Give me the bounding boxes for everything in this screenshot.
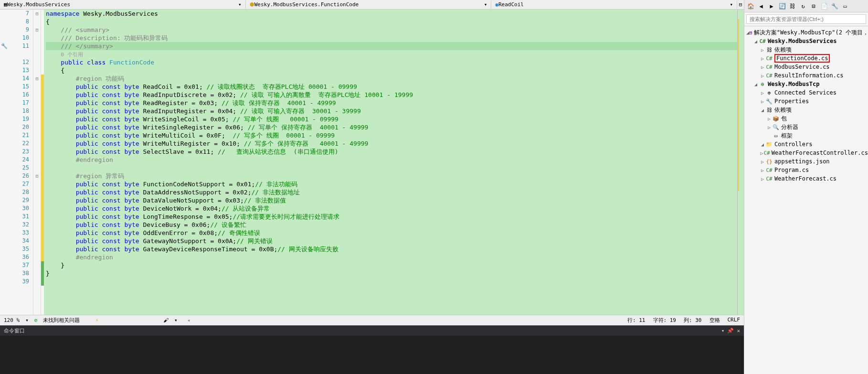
window-dropdown-icon[interactable]: ▾ — [721, 328, 725, 334]
tree-node-icon: ⊞ — [749, 30, 752, 36]
status-col[interactable]: 列: 30 — [684, 317, 702, 324]
tree-node-label: appsettings.json — [774, 158, 830, 165]
tree-node-icon: C# — [759, 38, 766, 44]
namespace-label: Wesky.ModbusServices — [7, 1, 70, 8]
tree-item[interactable]: ▷⊕Connected Services — [744, 88, 868, 97]
issues-text: 未找到相关问题 — [43, 317, 80, 324]
issues-ok-icon: ⊘ — [34, 317, 38, 323]
command-window-body[interactable] — [0, 336, 744, 374]
line-number-gutter: 7891011🔧12131415161718192021222324252627… — [0, 10, 33, 315]
tree-item[interactable]: ▷C#FunctionCode.cs — [744, 54, 868, 63]
class-label: Wesky.ModbusServices.FunctionCode — [254, 1, 359, 8]
tree-node-label: 分析器 — [781, 123, 798, 131]
tree-expand-icon[interactable]: ▷ — [766, 125, 772, 130]
tree-item[interactable]: ▷C#ResultInformation.cs — [744, 71, 868, 80]
tree-item[interactable]: ▷🔧Properties — [744, 97, 868, 106]
preview-icon[interactable]: ▭ — [841, 2, 849, 11]
fold-column[interactable]: ⊟⊟⊟⊟ — [33, 10, 41, 315]
tree-node-icon: ⊕ — [765, 90, 773, 96]
tree-node-icon: ▭ — [772, 133, 780, 139]
tree-item[interactable]: ◢⊕Wesky.ModbusTcp — [744, 80, 868, 88]
lightbulb-icon[interactable]: ⚡ — [95, 317, 98, 323]
tree-item[interactable]: ◢⊞解决方案"Wesky.ModbusTcp"(2 个项目，共 2 个 — [744, 28, 868, 37]
overview-ruler[interactable] — [737, 10, 744, 315]
tree-node-label: 框架 — [781, 132, 793, 140]
tree-expand-icon[interactable]: ◢ — [760, 107, 765, 113]
status-eol[interactable]: CRLF — [728, 317, 741, 324]
tree-node-label: 依赖项 — [774, 106, 792, 114]
tree-item[interactable]: ◢⛓依赖项 — [744, 106, 868, 114]
tree-expand-icon[interactable]: ▷ — [766, 116, 772, 121]
solution-tree[interactable]: ◢⊞解决方案"Wesky.ModbusTcp"(2 个项目，共 2 个◢C#We… — [744, 26, 868, 374]
tree-node-label: Wesky.ModbusServices — [768, 38, 837, 44]
status-char[interactable]: 字符: 19 — [653, 317, 677, 324]
tree-item[interactable]: ▭框架 — [744, 131, 868, 140]
tree-node-label: Connected Services — [774, 89, 836, 96]
split-button[interactable]: ⊟ — [737, 1, 744, 8]
tree-node-icon: ⊕ — [759, 81, 766, 87]
command-window-header[interactable]: 命令窗口 ▾ 📌 ✕ — [0, 325, 744, 336]
editor-area: ▦ Wesky.ModbusServices ▾ ⬢ Wesky.ModbusS… — [0, 0, 744, 374]
brush-icon[interactable]: 🖌 — [163, 317, 169, 323]
home-icon[interactable]: 🏠 — [746, 2, 755, 11]
show-all-icon[interactable]: 📄 — [820, 2, 828, 11]
tree-node-icon: C# — [765, 73, 773, 79]
solution-search-input[interactable] — [746, 14, 866, 24]
status-indent[interactable]: 空格 — [709, 317, 720, 324]
tree-node-label: 依赖项 — [774, 46, 792, 54]
tree-expand-icon[interactable]: ▷ — [760, 168, 765, 173]
tree-item[interactable]: ◢📁Controllers — [744, 140, 868, 149]
tree-item[interactable]: ▷C#ModbusService.cs — [744, 63, 868, 71]
tree-item[interactable]: ▷{}appsettings.json — [744, 157, 868, 166]
collapse-icon[interactable]: ⊟ — [809, 2, 818, 11]
tree-expand-icon[interactable]: ▷ — [760, 90, 765, 96]
code-editor[interactable]: 7891011🔧12131415161718192021222324252627… — [0, 10, 744, 315]
class-icon: ⬢ — [250, 1, 254, 8]
forward-icon[interactable]: ▶ — [767, 2, 776, 11]
tree-node-icon: C# — [763, 150, 770, 156]
tree-item[interactable]: ▷📦包 — [744, 114, 868, 123]
tree-node-label: Controllers — [774, 141, 812, 148]
namespace-dropdown[interactable]: ▦ Wesky.ModbusServices ▾ — [0, 0, 246, 9]
tree-expand-icon[interactable]: ▷ — [760, 176, 765, 182]
tree-expand-icon[interactable]: ◢ — [753, 39, 759, 44]
tree-item[interactable]: ▷C#Program.cs — [744, 166, 868, 174]
status-line[interactable]: 行: 11 — [627, 317, 646, 324]
tree-expand-icon[interactable]: ◢ — [753, 82, 759, 87]
zoom-level[interactable]: 120 % — [4, 317, 20, 323]
zoom-chevron-icon[interactable]: ▾ — [25, 317, 29, 323]
tree-item[interactable]: ▷⛓依赖项 — [744, 45, 868, 54]
class-dropdown[interactable]: ⬢ Wesky.ModbusServices.FunctionCode ▾ — [246, 0, 492, 9]
properties-icon[interactable]: 🔧 — [830, 2, 839, 11]
tree-expand-icon[interactable]: ▷ — [760, 99, 765, 104]
refresh-icon[interactable]: ↻ — [799, 2, 807, 11]
close-icon[interactable]: ✕ — [737, 328, 740, 334]
tree-node-icon: 🔧 — [765, 98, 773, 105]
solution-search — [744, 12, 868, 26]
tree-item[interactable]: ◢C#Wesky.ModbusServices — [744, 37, 868, 45]
member-dropdown[interactable]: ◉ ReadCoil ▾ — [491, 0, 737, 9]
tree-expand-icon[interactable]: ▷ — [760, 56, 765, 61]
tree-expand-icon[interactable]: ◢ — [760, 142, 765, 147]
tree-expand-icon[interactable]: ▷ — [760, 64, 765, 70]
member-label: ReadCoil — [498, 1, 524, 8]
tree-expand-icon[interactable]: ▷ — [760, 47, 765, 53]
filter-icon[interactable]: ⛓ — [788, 2, 797, 11]
tree-node-label: WeatherForecastController.cs — [772, 150, 868, 156]
tree-item[interactable]: ▷🔍分析器 — [744, 123, 868, 131]
tree-node-label: Wesky.ModbusTcp — [768, 81, 819, 87]
tree-node-label: ModbusService.cs — [774, 64, 830, 70]
tree-expand-icon[interactable]: ▷ — [760, 73, 765, 78]
tree-node-icon: 🔍 — [772, 124, 780, 130]
tree-item[interactable]: ▷C#WeatherForecast.cs — [744, 174, 868, 183]
back-icon[interactable]: ◀ — [757, 2, 765, 11]
sync-icon[interactable]: 🔄 — [778, 2, 786, 11]
tree-expand-icon[interactable]: ▷ — [760, 159, 765, 164]
tree-node-icon: 📦 — [772, 116, 780, 122]
scroll-left-icon[interactable]: ◂ — [187, 317, 191, 323]
brush-chevron-icon[interactable]: ▾ — [174, 317, 178, 323]
tree-expand-icon[interactable]: ▷ — [760, 150, 763, 156]
code-content[interactable]: namespace Wesky.ModbusServices{ /// <sum… — [44, 10, 737, 315]
tree-item[interactable]: ▷C#WeatherForecastController.cs — [744, 149, 868, 157]
pin-icon[interactable]: 📌 — [727, 328, 734, 334]
